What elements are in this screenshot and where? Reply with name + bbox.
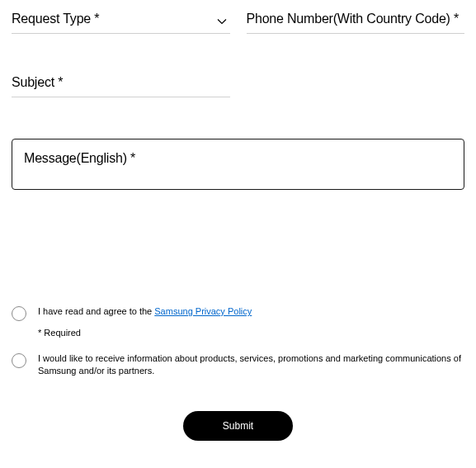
- chevron-down-icon: [217, 15, 227, 25]
- phone-field[interactable]: Phone Number(With Country Code) *: [247, 12, 465, 34]
- submit-wrap: Submit: [12, 411, 464, 441]
- subject-label: Subject *: [12, 75, 63, 89]
- privacy-prefix: I have read and agree to the: [38, 306, 154, 316]
- submit-button[interactable]: Submit: [183, 411, 293, 441]
- subject-field[interactable]: Subject *: [12, 75, 230, 97]
- privacy-text: I have read and agree to the Samsung Pri…: [38, 305, 252, 318]
- marketing-checkbox[interactable]: [12, 353, 26, 368]
- request-type-field[interactable]: Request Type *: [12, 12, 230, 34]
- marketing-checkbox-row: I would like to receive information abou…: [12, 352, 464, 378]
- privacy-policy-link[interactable]: Samsung Privacy Policy: [154, 306, 252, 316]
- privacy-checkbox-row: I have read and agree to the Samsung Pri…: [12, 305, 464, 321]
- request-type-label: Request Type *: [12, 12, 99, 26]
- privacy-checkbox[interactable]: [12, 306, 26, 321]
- required-note: * Required: [38, 328, 464, 338]
- message-label: Message(English) *: [24, 151, 135, 165]
- message-field[interactable]: Message(English) *: [12, 139, 464, 190]
- phone-label: Phone Number(With Country Code) *: [247, 12, 460, 26]
- marketing-text: I would like to receive information abou…: [38, 352, 464, 378]
